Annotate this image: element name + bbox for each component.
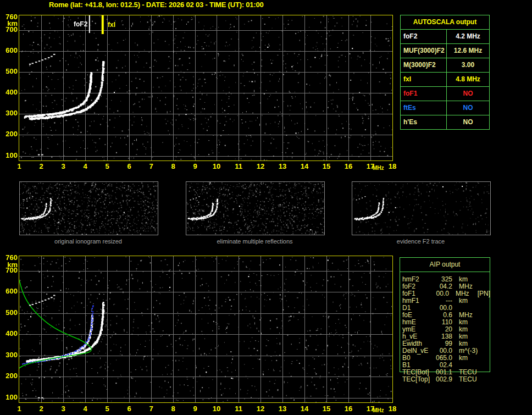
x-axis-tick-label: 16 bbox=[341, 405, 356, 412]
y-axis-unit-label: km bbox=[0, 20, 18, 27]
autoscala-row-value: 4.8 MHz bbox=[447, 73, 489, 86]
autoscala-row-value: 12.6 MHz bbox=[447, 44, 489, 58]
autoscala-row-label: foF1 bbox=[401, 87, 447, 101]
autoscala-row-h-es: h'EsNO bbox=[401, 115, 489, 129]
autoscala-row-value: 4.2 MHz bbox=[447, 30, 489, 43]
x-axis-tick-label: 7 bbox=[144, 405, 158, 412]
autoscala-row-label: ftEs bbox=[401, 101, 447, 115]
autoscala-row-ftes: ftEsNO bbox=[401, 101, 489, 115]
thumbnail-f2-canvas bbox=[352, 182, 490, 235]
x-axis-tick-label: 18 bbox=[385, 405, 400, 412]
x-axis-tick-label: 8 bbox=[166, 163, 180, 170]
y-axis-tick-label: 400 bbox=[0, 88, 18, 96]
top-ionogram-canvas bbox=[19, 15, 392, 161]
x-axis-tick-label: 12 bbox=[253, 405, 268, 412]
bottom-ionogram-plot bbox=[19, 256, 393, 403]
autoscala-row-m-3000-f2: M(3000)F23.00 bbox=[401, 58, 489, 73]
autoscala-row-value: NO bbox=[447, 115, 489, 129]
aip-rows: hmF2325kmfoF204.2MHzfoF100.0MHz[PN]hmF1-… bbox=[402, 276, 490, 383]
autoscala-row-fof2: foF24.2 MHz bbox=[401, 30, 489, 44]
autoscala-row-label: MUF(3000)F2 bbox=[401, 44, 447, 58]
autoscala-row-fof1: foF1NO bbox=[401, 87, 489, 101]
x-axis-tick-label: 2 bbox=[34, 163, 48, 170]
thumbnail-eliminate-canvas bbox=[186, 182, 324, 235]
fof2-marker-label: foF2 bbox=[74, 20, 87, 28]
autoscala-rows: foF24.2 MHzMUF(3000)F212.6 MHzM(3000)F23… bbox=[401, 30, 489, 129]
thumbnail-caption-eliminate: eliminate multiple reflections bbox=[185, 238, 324, 245]
y-axis-tick-label: 100 bbox=[0, 394, 18, 401]
x-axis-tick-label: 15 bbox=[319, 405, 334, 412]
y-axis-tick-label: 200 bbox=[0, 372, 18, 379]
x-axis-tick-label: 12 bbox=[253, 163, 268, 170]
x-axis-tick-label: 5 bbox=[100, 405, 114, 412]
y-axis-tick-label: 300 bbox=[0, 109, 18, 117]
x-axis-tick-label: 8 bbox=[166, 405, 180, 412]
x-axis-tick-label: 14 bbox=[297, 163, 312, 170]
thumbnail-caption-f2trace: evidence F2 trace bbox=[351, 238, 490, 245]
x-axis-tick-label: 4 bbox=[78, 163, 92, 170]
autoscala-row-value: NO bbox=[447, 87, 489, 101]
autoscala-row-muf-3000-f2: MUF(3000)F212.6 MHz bbox=[401, 44, 489, 58]
thumbnail-caption-original: original ionogram resized bbox=[19, 238, 158, 245]
x-axis-tick-label: 3 bbox=[56, 405, 70, 412]
y-axis-tick-label: 500 bbox=[0, 68, 18, 75]
aip-value: 002.9 bbox=[434, 376, 452, 383]
autoscala-table-title: AUTOSCALA output bbox=[401, 15, 489, 30]
aip-row-tec-top-: TEC[Top]002.9TECU bbox=[402, 376, 490, 383]
y-axis-tick-label: 400 bbox=[0, 330, 18, 337]
aip-unit: km bbox=[459, 355, 478, 362]
thumbnail-original-canvas bbox=[20, 182, 158, 235]
aip-table-title: AIP output bbox=[400, 261, 490, 268]
x-axis-tick-label: 13 bbox=[275, 405, 290, 412]
x-axis-tick-label: 1 bbox=[12, 405, 26, 412]
aip-header-divider bbox=[400, 272, 490, 272]
thumbnail-original-ionogram bbox=[19, 181, 158, 235]
x-axis-tick-label: 9 bbox=[188, 163, 202, 170]
fxi-marker-label: fxI bbox=[108, 21, 115, 29]
y-axis-tick-label: 200 bbox=[0, 130, 18, 137]
x-axis-tick-label: 2 bbox=[34, 405, 48, 412]
autoscala-row-label: h'Es bbox=[401, 115, 447, 129]
thumbnail-eliminate-reflections bbox=[186, 181, 325, 235]
x-axis-tick-label: 7 bbox=[144, 163, 158, 170]
autoscala-row-label: fxI bbox=[401, 73, 447, 86]
x-axis-unit-label: MHz bbox=[373, 407, 384, 413]
x-axis-tick-label: 3 bbox=[56, 163, 70, 170]
x-axis-tick-label: 11 bbox=[231, 163, 246, 170]
y-axis-tick-label: 600 bbox=[0, 47, 18, 54]
autoscala-row-value: NO bbox=[447, 101, 489, 115]
x-axis-tick-label: 10 bbox=[209, 163, 224, 170]
thumbnail-f2-trace bbox=[352, 181, 491, 235]
x-axis-tick-label: 15 bbox=[319, 163, 334, 170]
x-axis-tick-label: 11 bbox=[231, 405, 246, 412]
x-axis-tick-label: 4 bbox=[78, 405, 92, 412]
top-ionogram-plot bbox=[19, 15, 393, 161]
aip-unit: TECU bbox=[459, 376, 478, 383]
x-axis-tick-label: 14 bbox=[297, 405, 312, 412]
bottom-ionogram-canvas bbox=[19, 256, 392, 402]
y-axis-tick-label: 300 bbox=[0, 351, 18, 358]
aip-table: AIP output hmF2325kmfoF204.2MHzfoF100.0M… bbox=[400, 257, 491, 386]
autoscala-row-label: foF2 bbox=[401, 30, 447, 43]
autoscala-row-label: M(3000)F2 bbox=[401, 58, 447, 72]
x-axis-unit-label: MHz bbox=[373, 165, 384, 171]
x-axis-tick-label: 6 bbox=[122, 163, 136, 170]
x-axis-tick-label: 6 bbox=[122, 405, 136, 412]
y-axis-unit-label: km bbox=[0, 261, 18, 268]
autoscala-app-window: { "title": "Rome (lat: +41.8, lon: 012.5… bbox=[0, 0, 532, 415]
x-axis-tick-label: 1 bbox=[12, 163, 26, 170]
y-axis-tick-label: 500 bbox=[0, 309, 18, 316]
x-axis-tick-label: 10 bbox=[209, 405, 224, 412]
x-axis-tick-label: 9 bbox=[188, 405, 202, 412]
y-axis-tick-label: 600 bbox=[0, 287, 18, 295]
aip-name: TEC[Top] bbox=[402, 376, 434, 383]
x-axis-tick-label: 5 bbox=[100, 163, 114, 170]
autoscala-table: AUTOSCALA output foF24.2 MHzMUF(3000)F21… bbox=[400, 15, 490, 130]
autoscala-row-fxi: fxI4.8 MHz bbox=[401, 73, 489, 87]
x-axis-tick-label: 16 bbox=[341, 163, 356, 170]
aip-unit: km bbox=[459, 297, 478, 305]
x-axis-tick-label: 13 bbox=[275, 163, 290, 170]
aip-note: [PN] bbox=[478, 290, 490, 297]
autoscala-row-value: 3.00 bbox=[447, 58, 489, 72]
station-title: Rome (lat: +41.8, lon: 012.5) - DATE: 20… bbox=[49, 1, 264, 9]
